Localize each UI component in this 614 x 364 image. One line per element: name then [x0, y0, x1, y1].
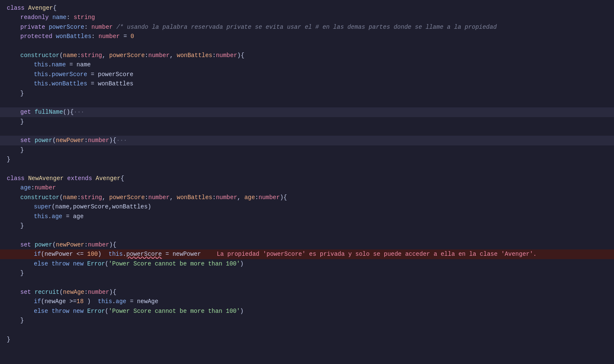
code-line: get fullName(){···: [0, 107, 614, 117]
token-type: number: [216, 52, 237, 59]
token-plain: =: [62, 213, 73, 220]
token-plain: (: [52, 137, 56, 144]
token-plain: [63, 175, 67, 182]
token-kw-blue: this: [108, 251, 123, 257]
token-fn: Error: [87, 260, 105, 267]
line-content: age:number: [20, 183, 614, 192]
code-line: this.age = age: [0, 212, 614, 221]
token-plain: (: [59, 289, 63, 296]
token-kw-blue: this: [34, 80, 48, 87]
token-plain: [113, 24, 116, 30]
line-content: [7, 126, 614, 136]
token-plain: ,: [102, 194, 109, 201]
line-content: set power(newPower:number){···: [20, 136, 614, 145]
line-content: constructor(name:string, powerScore:numb…: [20, 193, 614, 202]
line-content: set power(newPower:number){: [20, 240, 614, 249]
token-plain: }: [20, 90, 24, 97]
code-line: protected wonBattles: number = 0: [0, 32, 614, 41]
token-plain: ): [98, 251, 108, 257]
token-plain: [48, 260, 52, 267]
token-fn: constructor: [20, 52, 59, 59]
token-cls: Avenger: [96, 175, 121, 182]
line-content: }: [20, 221, 614, 230]
line-content: }: [20, 268, 614, 278]
token-kw-blue: throw: [52, 260, 69, 267]
token-prop: wonBattles: [52, 80, 87, 87]
code-line: [0, 278, 614, 287]
token-fn: power: [35, 137, 52, 144]
line-content: [7, 230, 614, 240]
token-prop: powerScore: [52, 71, 87, 78]
token-plain: [31, 289, 34, 296]
token-prop: age: [116, 298, 126, 305]
token-kw-blue: this: [34, 61, 48, 68]
token-plain: (: [59, 194, 63, 201]
code-line: [0, 41, 614, 51]
token-plain: }: [7, 336, 10, 343]
token-kw-blue: if: [34, 251, 41, 257]
token-plain: .: [48, 213, 52, 220]
line-content: }: [7, 155, 614, 164]
token-plain: (: [52, 241, 56, 248]
code-line: [0, 230, 614, 240]
token-prop: age: [20, 184, 31, 191]
token-plain: :: [145, 194, 148, 201]
token-plain: ){: [237, 52, 245, 59]
token-plain: =: [87, 80, 98, 87]
token-kw-blue: else: [34, 308, 48, 315]
token-plain: wonBattles: [98, 80, 133, 87]
token-plain: = newAge: [127, 298, 159, 305]
token-param: newAge: [63, 289, 84, 296]
token-plain: [45, 24, 49, 30]
token-param: newPower: [56, 241, 84, 248]
token-type: number: [99, 33, 120, 40]
token-plain: =: [66, 61, 77, 68]
token-plain: }: [20, 270, 24, 276]
token-plain: :: [31, 184, 34, 191]
code-line: set power(newPower:number){···: [0, 136, 614, 145]
code-line: else throw new Error('Power Score cannot…: [0, 259, 614, 268]
token-err-msg: La propiedad 'powerScore' es privada y s…: [206, 251, 537, 257]
token-plain: ,: [108, 203, 112, 210]
code-line: }: [0, 221, 614, 230]
token-plain: (: [41, 251, 44, 257]
token-plain: ,: [170, 194, 177, 201]
code-line: else throw new Error('Power Score cannot…: [0, 307, 614, 316]
token-err-squiggle: powerScore: [127, 251, 162, 257]
token-plain: (: [41, 298, 44, 305]
token-plain: [92, 175, 96, 182]
token-fn: fullName: [35, 109, 63, 115]
code-line: }: [0, 145, 614, 155]
token-plain: :: [91, 33, 99, 40]
token-plain: .: [48, 71, 52, 78]
token-plain: {: [53, 5, 56, 11]
token-kw: get: [20, 109, 31, 115]
token-plain: }: [7, 156, 10, 163]
token-plain: }: [20, 118, 24, 125]
token-kw-blue: this: [34, 213, 48, 220]
token-param: wonBattles: [177, 52, 212, 59]
code-line: constructor(name:string, powerScore:numb…: [0, 51, 614, 60]
token-plain: powerScore: [98, 71, 133, 78]
token-prop: wonBattles: [56, 33, 91, 40]
line-content: }: [20, 117, 614, 126]
line-content: else throw new Error('Power Score cannot…: [34, 259, 614, 268]
token-fn: power: [35, 241, 52, 248]
code-line: age:number: [0, 183, 614, 192]
line-content: class NewAvenger extends Avenger{: [7, 174, 614, 183]
token-kw-blue: super: [34, 203, 52, 210]
code-line: private powerScore: number /* usando la …: [0, 22, 614, 32]
token-plain: ,: [102, 52, 109, 59]
token-plain: :: [66, 14, 74, 21]
token-plain: ): [240, 308, 243, 315]
code-line: constructor(name:string, powerScore:numb…: [0, 193, 614, 202]
token-plain: name: [77, 61, 91, 68]
token-fn: constructor: [20, 194, 59, 201]
token-type: number: [259, 194, 280, 201]
token-kw: readonly: [20, 14, 49, 21]
token-param: powerScore: [109, 52, 145, 59]
token-plain: }: [20, 317, 24, 324]
line-content: }: [20, 316, 614, 325]
token-plain: name: [55, 203, 69, 210]
token-plain: age: [73, 213, 83, 220]
